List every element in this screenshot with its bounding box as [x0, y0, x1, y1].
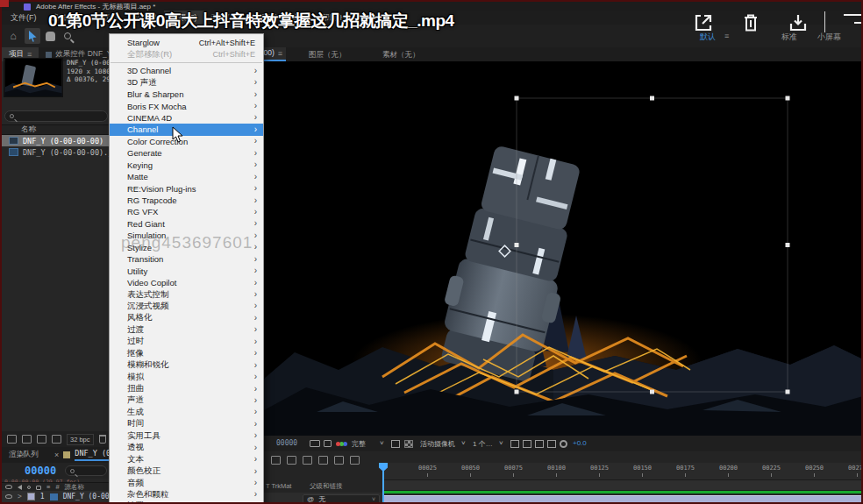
effects-menu-category[interactable]: 抠像 ›	[110, 348, 263, 359]
effects-menu-category[interactable]: 表达式控制 ›	[110, 288, 263, 300]
layer-visibility-icon[interactable]	[5, 494, 12, 499]
new-composition-icon[interactable]	[37, 435, 46, 444]
effects-menu-item[interactable]: 全部移除(R) Ctrl+Shift+E	[110, 49, 263, 61]
current-time-indicator[interactable]	[379, 463, 388, 472]
fast-preview-gear-icon[interactable]	[560, 440, 567, 448]
effects-menu-category[interactable]: 文本 ›	[110, 453, 263, 465]
share-icon[interactable]	[693, 12, 714, 33]
panel-menu-icon[interactable]: ≡	[278, 49, 282, 58]
effects-menu-category[interactable]: 风格化 ›	[110, 312, 263, 323]
effects-menu-category[interactable]: 沉浸式视频 ›	[110, 301, 263, 312]
effects-menu-category[interactable]: 3D 声道 ›	[110, 76, 263, 88]
close-tab-icon[interactable]: ×	[54, 451, 59, 459]
effects-menu-category[interactable]: Utility ›	[110, 265, 263, 276]
trkmat-column[interactable]: T TrkMat	[266, 482, 291, 490]
download-icon[interactable]	[788, 12, 809, 33]
effects-menu-category[interactable]: 透视 ›	[110, 442, 263, 453]
motion-blur-icon[interactable]	[334, 456, 344, 465]
menubar-item[interactable]: 文件(F)	[4, 11, 44, 25]
effects-menu-category[interactable]: 3D Channel ›	[110, 65, 263, 76]
project-search-input[interactable]	[4, 110, 108, 122]
layer-label-swatch[interactable]	[27, 493, 35, 500]
effects-menu-category[interactable]: 音频 ›	[110, 477, 263, 488]
effects-menu-category[interactable]: CINEMA 4D ›	[110, 112, 263, 124]
effects-menu-category[interactable]: 模拟 ›	[110, 371, 263, 382]
exposure-value[interactable]: +0.0	[573, 439, 587, 447]
composition-viewport[interactable]	[264, 61, 863, 436]
time-ruler[interactable]: 00025 00050 00075 00100 00125 00150 0017…	[383, 463, 861, 480]
effects-menu-category[interactable]: 颜色校正 ›	[110, 465, 263, 477]
mask-visibility-icon[interactable]	[535, 440, 544, 448]
effects-menu-category[interactable]: Matte ›	[110, 171, 263, 182]
effects-menu-category[interactable]: Blur & Sharpen ›	[110, 89, 263, 100]
solo-icon[interactable]	[27, 486, 31, 489]
transparency-grid-icon[interactable]	[404, 440, 413, 448]
delete-icon[interactable]	[99, 435, 106, 444]
effects-menu-category[interactable]: 过时 ›	[110, 336, 263, 347]
workspace-small-screen[interactable]: 小屏幕	[817, 32, 841, 43]
tab-render-queue[interactable]: 渲染队列	[2, 450, 46, 460]
flag-icon[interactable]	[842, 12, 863, 33]
effects-menu-category[interactable]: Video Copilot ›	[110, 277, 263, 288]
effects-menu-category[interactable]: 时间 ›	[110, 418, 263, 429]
resolution-dropdown[interactable]: 完整	[352, 439, 366, 449]
effects-menu-category[interactable]: 生成 ›	[110, 407, 263, 418]
grid-guides-icon[interactable]	[510, 440, 519, 448]
composition-mini-flowchart-icon[interactable]	[271, 456, 281, 465]
interpret-footage-icon[interactable]	[7, 435, 17, 444]
frame-blend-icon[interactable]	[318, 456, 328, 465]
selection-tool-button[interactable]	[25, 28, 40, 44]
effects-menu-category[interactable]: RG VFX ›	[110, 206, 263, 217]
audio-icon[interactable]	[18, 485, 22, 490]
parent-dropdown[interactable]: @ 无 ˅	[303, 494, 380, 504]
tab-footage[interactable]: 素材（无）	[382, 50, 420, 60]
effects-menu-category[interactable]: RG Trapcode ›	[110, 195, 263, 206]
draft-3d-icon[interactable]	[287, 456, 296, 465]
view-layout-dropdown[interactable]: 1 个…	[473, 439, 493, 449]
effects-menu-category[interactable]: 实用工具 ›	[110, 430, 263, 442]
tab-layer[interactable]: 图层（无）	[309, 50, 346, 60]
lock-icon[interactable]	[36, 486, 41, 490]
new-folder-icon[interactable]	[22, 435, 32, 444]
comp-timecode[interactable]: 00000	[276, 439, 297, 447]
parent-link-column[interactable]: 父级和链接	[310, 482, 343, 491]
current-time-display[interactable]: 00000	[25, 465, 56, 477]
effects-menu-category[interactable]: 声道 ›	[110, 394, 263, 406]
channels-icon[interactable]	[336, 442, 340, 446]
home-button[interactable]: ⌂	[5, 28, 21, 44]
graph-editor-icon[interactable]	[350, 456, 360, 465]
effects-menu-category[interactable]: 遮罩 ›	[110, 500, 263, 504]
adjust-project-icon[interactable]	[52, 435, 61, 444]
workspace-menu-icon[interactable]: ≡	[724, 32, 729, 40]
effects-menu-item[interactable]: Starglow Ctrl+Alt+Shift+E	[110, 37, 263, 49]
effects-menu-category[interactable]: 杂色和颗粒 ›	[110, 489, 263, 500]
work-area-bar[interactable]	[383, 480, 861, 491]
delete-icon[interactable]	[740, 12, 761, 33]
effects-menu-category[interactable]: Color Correction ›	[110, 136, 263, 147]
bit-depth-button[interactable]: 32 bpc	[67, 434, 94, 445]
effects-menu-category[interactable]: Generate ›	[110, 147, 263, 159]
effects-menu-category[interactable]: 扭曲 ›	[110, 383, 263, 394]
timeline-search-input[interactable]	[65, 465, 107, 476]
video-visibility-icon[interactable]	[5, 485, 12, 489]
hide-shy-layers-icon[interactable]	[303, 456, 312, 465]
effects-menu-category[interactable]: 模糊和锐化 ›	[110, 359, 263, 371]
effects-menu-category[interactable]: Channel ›	[110, 124, 263, 135]
region-of-interest-icon[interactable]	[391, 440, 400, 448]
layer-duration-bar[interactable]	[383, 495, 861, 504]
show-snapshot-icon[interactable]	[324, 440, 332, 447]
effects-menu-category[interactable]: Red Giant ›	[110, 218, 263, 230]
effects-menu-category[interactable]: Keying ›	[110, 160, 263, 171]
effects-menu-category[interactable]: Boris FX Mocha ›	[110, 100, 263, 111]
pixel-aspect-icon[interactable]	[547, 440, 556, 448]
submenu-arrow-icon: ›	[254, 490, 257, 499]
pickwhip-icon[interactable]: @	[307, 495, 314, 503]
effects-menu-category[interactable]: RE:Vision Plug-ins ›	[110, 182, 263, 194]
twirl-icon[interactable]: >	[18, 493, 22, 500]
active-camera-dropdown[interactable]: 活动摄像机	[420, 439, 455, 449]
effects-menu-category[interactable]: 过渡 ›	[110, 324, 263, 336]
source-name-column[interactable]: 源名称	[65, 483, 85, 492]
effects-menu-category[interactable]: Transition ›	[110, 253, 263, 265]
snapshot-camera-icon[interactable]	[310, 440, 320, 447]
ruler-icon[interactable]	[523, 440, 531, 448]
